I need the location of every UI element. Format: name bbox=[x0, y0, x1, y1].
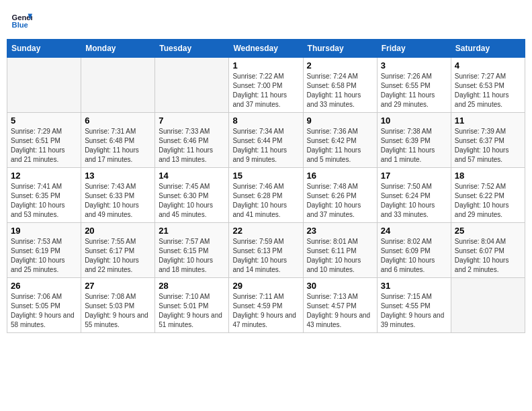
day-number: 24 bbox=[381, 226, 447, 236]
day-info: Sunrise: 7:36 AM Sunset: 6:42 PM Dayligh… bbox=[307, 127, 373, 165]
day-number: 18 bbox=[455, 171, 521, 181]
day-info: Sunrise: 7:43 AM Sunset: 6:33 PM Dayligh… bbox=[85, 182, 151, 220]
calendar-cell: 9Sunrise: 7:36 AM Sunset: 6:42 PM Daylig… bbox=[303, 113, 377, 168]
calendar-cell bbox=[7, 58, 81, 113]
day-info: Sunrise: 7:45 AM Sunset: 6:30 PM Dayligh… bbox=[159, 182, 225, 220]
day-info: Sunrise: 8:02 AM Sunset: 6:09 PM Dayligh… bbox=[381, 237, 447, 275]
header-row: SundayMondayTuesdayWednesdayThursdayFrid… bbox=[7, 40, 525, 58]
day-number: 19 bbox=[11, 226, 77, 236]
day-info: Sunrise: 7:34 AM Sunset: 6:44 PM Dayligh… bbox=[232, 127, 299, 165]
day-number: 27 bbox=[85, 281, 151, 291]
calendar-cell bbox=[451, 278, 525, 333]
day-info: Sunrise: 7:08 AM Sunset: 5:03 PM Dayligh… bbox=[85, 292, 151, 330]
calendar-cell: 22Sunrise: 7:59 AM Sunset: 6:13 PM Dayli… bbox=[229, 223, 303, 278]
day-info: Sunrise: 7:46 AM Sunset: 6:28 PM Dayligh… bbox=[232, 182, 299, 220]
day-number: 8 bbox=[232, 116, 299, 126]
day-number: 6 bbox=[85, 116, 151, 126]
day-number: 17 bbox=[381, 171, 447, 181]
day-number: 10 bbox=[381, 116, 447, 126]
calendar-cell: 27Sunrise: 7:08 AM Sunset: 5:03 PM Dayli… bbox=[81, 278, 155, 333]
calendar-body: 1Sunrise: 7:22 AM Sunset: 7:00 PM Daylig… bbox=[7, 58, 525, 333]
calendar-cell: 4Sunrise: 7:27 AM Sunset: 6:53 PM Daylig… bbox=[451, 58, 525, 113]
day-number: 13 bbox=[85, 171, 151, 181]
calendar-cell: 16Sunrise: 7:48 AM Sunset: 6:26 PM Dayli… bbox=[303, 168, 377, 223]
calendar-cell: 23Sunrise: 8:01 AM Sunset: 6:11 PM Dayli… bbox=[303, 223, 377, 278]
calendar-cell: 5Sunrise: 7:29 AM Sunset: 6:51 PM Daylig… bbox=[7, 113, 81, 168]
day-number: 15 bbox=[232, 171, 299, 181]
header-day-friday: Friday bbox=[377, 40, 451, 58]
day-info: Sunrise: 7:31 AM Sunset: 6:48 PM Dayligh… bbox=[85, 127, 151, 165]
calendar-cell: 31Sunrise: 7:15 AM Sunset: 4:55 PM Dayli… bbox=[377, 278, 451, 333]
day-info: Sunrise: 7:15 AM Sunset: 4:55 PM Dayligh… bbox=[381, 292, 447, 330]
day-info: Sunrise: 7:26 AM Sunset: 6:55 PM Dayligh… bbox=[381, 72, 447, 109]
calendar-cell: 3Sunrise: 7:26 AM Sunset: 6:55 PM Daylig… bbox=[377, 58, 451, 113]
calendar-cell: 7Sunrise: 7:33 AM Sunset: 6:46 PM Daylig… bbox=[155, 113, 229, 168]
day-info: Sunrise: 7:55 AM Sunset: 6:17 PM Dayligh… bbox=[85, 237, 151, 275]
header-day-thursday: Thursday bbox=[303, 40, 377, 58]
calendar-header: SundayMondayTuesdayWednesdayThursdayFrid… bbox=[7, 40, 525, 58]
day-info: Sunrise: 7:10 AM Sunset: 5:01 PM Dayligh… bbox=[159, 292, 225, 330]
day-number: 11 bbox=[455, 116, 521, 126]
week-row-1: 5Sunrise: 7:29 AM Sunset: 6:51 PM Daylig… bbox=[7, 113, 525, 168]
calendar-cell: 29Sunrise: 7:11 AM Sunset: 4:59 PM Dayli… bbox=[229, 278, 303, 333]
day-number: 22 bbox=[232, 226, 299, 236]
day-number: 16 bbox=[307, 171, 373, 181]
logo-icon: General Blue bbox=[11, 9, 32, 31]
day-info: Sunrise: 7:33 AM Sunset: 6:46 PM Dayligh… bbox=[159, 127, 225, 165]
day-number: 25 bbox=[455, 226, 521, 236]
day-number: 1 bbox=[232, 60, 299, 71]
day-number: 4 bbox=[455, 60, 521, 71]
day-number: 3 bbox=[381, 60, 447, 71]
calendar-cell: 28Sunrise: 7:10 AM Sunset: 5:01 PM Dayli… bbox=[155, 278, 229, 333]
calendar-cell: 12Sunrise: 7:41 AM Sunset: 6:35 PM Dayli… bbox=[7, 168, 81, 223]
calendar-cell bbox=[81, 58, 155, 113]
calendar-cell: 2Sunrise: 7:24 AM Sunset: 6:58 PM Daylig… bbox=[303, 58, 377, 113]
calendar-cell: 11Sunrise: 7:39 AM Sunset: 6:37 PM Dayli… bbox=[451, 113, 525, 168]
day-number: 20 bbox=[85, 226, 151, 236]
day-info: Sunrise: 7:59 AM Sunset: 6:13 PM Dayligh… bbox=[232, 237, 299, 275]
header-day-saturday: Saturday bbox=[451, 40, 525, 58]
day-number: 9 bbox=[307, 116, 373, 126]
day-info: Sunrise: 7:38 AM Sunset: 6:39 PM Dayligh… bbox=[381, 127, 447, 165]
day-number: 28 bbox=[159, 281, 225, 291]
calendar-cell: 21Sunrise: 7:57 AM Sunset: 6:15 PM Dayli… bbox=[155, 223, 229, 278]
header-day-tuesday: Tuesday bbox=[155, 40, 229, 58]
svg-text:Blue: Blue bbox=[12, 21, 28, 29]
calendar-cell: 10Sunrise: 7:38 AM Sunset: 6:39 PM Dayli… bbox=[377, 113, 451, 168]
header-day-wednesday: Wednesday bbox=[229, 40, 303, 58]
day-info: Sunrise: 7:29 AM Sunset: 6:51 PM Dayligh… bbox=[11, 127, 77, 165]
calendar-cell: 13Sunrise: 7:43 AM Sunset: 6:33 PM Dayli… bbox=[81, 168, 155, 223]
calendar-cell bbox=[155, 58, 229, 113]
day-info: Sunrise: 7:11 AM Sunset: 4:59 PM Dayligh… bbox=[232, 292, 299, 330]
page-header: General Blue bbox=[7, 7, 525, 34]
calendar-cell: 18Sunrise: 7:52 AM Sunset: 6:22 PM Dayli… bbox=[451, 168, 525, 223]
header-day-sunday: Sunday bbox=[7, 40, 81, 58]
week-row-3: 19Sunrise: 7:53 AM Sunset: 6:19 PM Dayli… bbox=[7, 223, 525, 278]
calendar-cell: 25Sunrise: 8:04 AM Sunset: 6:07 PM Dayli… bbox=[451, 223, 525, 278]
day-info: Sunrise: 7:57 AM Sunset: 6:15 PM Dayligh… bbox=[159, 237, 225, 275]
header-day-monday: Monday bbox=[81, 40, 155, 58]
day-info: Sunrise: 7:13 AM Sunset: 4:57 PM Dayligh… bbox=[307, 292, 373, 330]
week-row-4: 26Sunrise: 7:06 AM Sunset: 5:05 PM Dayli… bbox=[7, 278, 525, 333]
calendar-cell: 19Sunrise: 7:53 AM Sunset: 6:19 PM Dayli… bbox=[7, 223, 81, 278]
calendar-cell: 17Sunrise: 7:50 AM Sunset: 6:24 PM Dayli… bbox=[377, 168, 451, 223]
day-number: 14 bbox=[159, 171, 225, 181]
day-number: 7 bbox=[159, 116, 225, 126]
calendar-cell: 15Sunrise: 7:46 AM Sunset: 6:28 PM Dayli… bbox=[229, 168, 303, 223]
day-info: Sunrise: 7:24 AM Sunset: 6:58 PM Dayligh… bbox=[307, 72, 373, 109]
day-info: Sunrise: 7:52 AM Sunset: 6:22 PM Dayligh… bbox=[455, 182, 521, 220]
logo: General Blue bbox=[11, 9, 35, 31]
day-number: 12 bbox=[11, 171, 77, 181]
day-info: Sunrise: 7:48 AM Sunset: 6:26 PM Dayligh… bbox=[307, 182, 373, 220]
calendar-cell: 8Sunrise: 7:34 AM Sunset: 6:44 PM Daylig… bbox=[229, 113, 303, 168]
day-number: 2 bbox=[307, 60, 373, 71]
day-info: Sunrise: 7:22 AM Sunset: 7:00 PM Dayligh… bbox=[232, 72, 299, 109]
week-row-0: 1Sunrise: 7:22 AM Sunset: 7:00 PM Daylig… bbox=[7, 58, 525, 113]
day-number: 23 bbox=[307, 226, 373, 236]
day-info: Sunrise: 8:04 AM Sunset: 6:07 PM Dayligh… bbox=[455, 237, 521, 275]
day-number: 5 bbox=[11, 116, 77, 126]
day-number: 26 bbox=[11, 281, 77, 291]
calendar-cell: 14Sunrise: 7:45 AM Sunset: 6:30 PM Dayli… bbox=[155, 168, 229, 223]
calendar-cell: 26Sunrise: 7:06 AM Sunset: 5:05 PM Dayli… bbox=[7, 278, 81, 333]
calendar-cell: 20Sunrise: 7:55 AM Sunset: 6:17 PM Dayli… bbox=[81, 223, 155, 278]
